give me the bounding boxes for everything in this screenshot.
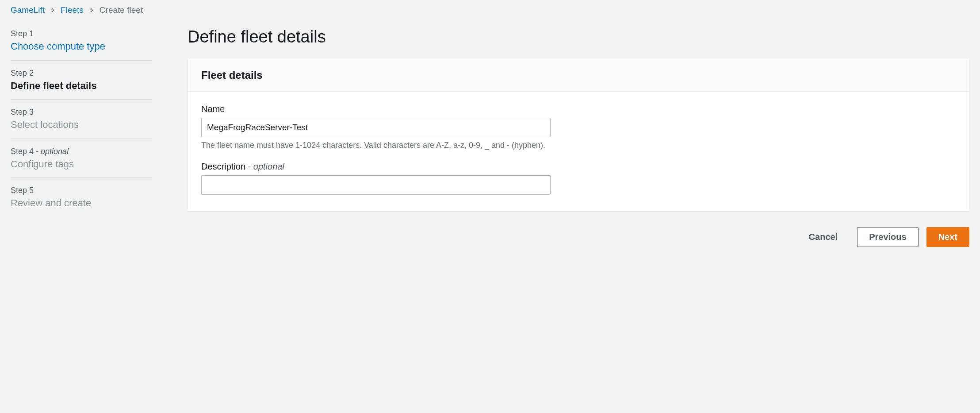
previous-button[interactable]: Previous xyxy=(857,227,918,247)
wizard-step-nav: Step 1 Choose compute type Step 2 Define… xyxy=(11,27,152,217)
step-title: Define fleet details xyxy=(11,80,152,93)
breadcrumb-current: Create fleet xyxy=(100,5,143,15)
step-title: Review and create xyxy=(11,197,152,210)
breadcrumb-link-gamelift[interactable]: GameLift xyxy=(11,5,45,15)
panel-header: Fleet details xyxy=(188,59,969,92)
fleet-details-panel: Fleet details Name The fleet name must h… xyxy=(188,59,969,211)
step-title: Configure tags xyxy=(11,158,152,171)
step-number: Step 5 xyxy=(11,186,152,195)
chevron-right-icon xyxy=(50,8,55,13)
page-title: Define fleet details xyxy=(188,27,969,46)
cancel-button[interactable]: Cancel xyxy=(797,228,850,247)
breadcrumb: GameLift Fleets Create fleet xyxy=(11,5,969,15)
description-label: Description - optional xyxy=(201,162,956,172)
description-input[interactable] xyxy=(201,175,551,195)
description-field-group: Description - optional xyxy=(201,162,956,195)
name-input[interactable] xyxy=(201,118,551,137)
panel-title: Fleet details xyxy=(201,69,956,81)
next-button[interactable]: Next xyxy=(926,227,969,247)
wizard-step-2: Step 2 Define fleet details xyxy=(11,61,152,100)
wizard-step-4: Step 4 - optional Configure tags xyxy=(11,139,152,178)
step-number: Step 3 xyxy=(11,108,152,117)
wizard-footer-actions: Cancel Previous Next xyxy=(188,227,969,247)
wizard-step-3: Step 3 Select locations xyxy=(11,100,152,139)
main-content: Define fleet details Fleet details Name … xyxy=(188,27,969,247)
step-title: Choose compute type xyxy=(11,40,152,53)
name-field-group: Name The fleet name must have 1-1024 cha… xyxy=(201,104,956,150)
breadcrumb-link-fleets[interactable]: Fleets xyxy=(61,5,84,15)
step-number: Step 4 - optional xyxy=(11,147,152,156)
wizard-step-5: Step 5 Review and create xyxy=(11,178,152,217)
chevron-right-icon xyxy=(89,8,94,13)
step-number: Step 1 xyxy=(11,29,152,39)
name-label: Name xyxy=(201,104,956,114)
wizard-step-1[interactable]: Step 1 Choose compute type xyxy=(11,27,152,61)
panel-body: Name The fleet name must have 1-1024 cha… xyxy=(188,92,969,211)
step-title: Select locations xyxy=(11,119,152,131)
step-number: Step 2 xyxy=(11,69,152,78)
name-hint: The fleet name must have 1-1024 characte… xyxy=(201,141,956,150)
